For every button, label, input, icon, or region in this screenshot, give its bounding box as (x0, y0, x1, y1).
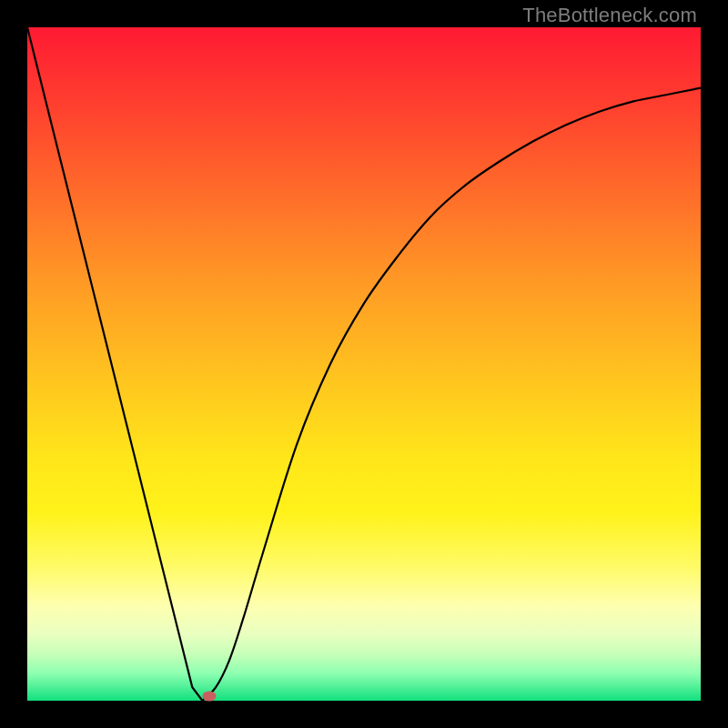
bottleneck-curve (27, 27, 701, 701)
curve-path (27, 27, 701, 701)
watermark-text: TheBottleneck.com (522, 4, 697, 27)
minimum-marker (202, 692, 216, 702)
chart-frame: TheBottleneck.com (0, 0, 728, 728)
plot-area (27, 27, 701, 701)
